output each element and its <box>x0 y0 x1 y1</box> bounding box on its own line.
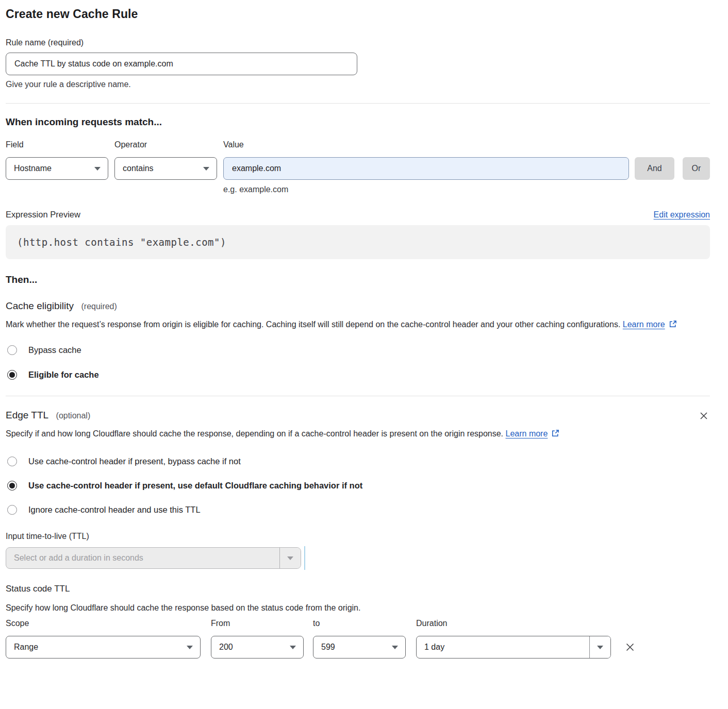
expression-preview-label: Expression Preview <box>6 210 80 220</box>
external-link-icon <box>669 318 677 333</box>
match-heading: When incoming requests match... <box>6 116 710 128</box>
duration-label: Duration <box>416 619 611 631</box>
rule-name-label: Rule name (required) <box>6 38 710 47</box>
learn-more-link[interactable]: Learn more <box>623 320 665 329</box>
chevron-down-icon[interactable] <box>589 636 610 658</box>
operator-select-value: contains <box>123 164 154 173</box>
duration-select[interactable]: 1 day <box>416 636 611 659</box>
status-code-ttl-title: Status code TTL <box>6 584 710 594</box>
operator-label: Operator <box>114 140 217 152</box>
rule-name-input[interactable] <box>6 53 357 75</box>
close-icon[interactable] <box>698 410 710 422</box>
edge-ttl-title: Edge TTL <box>6 410 48 420</box>
cache-eligibility-description: Mark whether the request’s response from… <box>6 317 697 333</box>
to-label: to <box>313 619 406 631</box>
chevron-down-icon <box>290 646 296 649</box>
field-label: Field <box>6 140 108 152</box>
radio-eligible-for-cache[interactable]: Eligible for cache <box>6 370 710 380</box>
field-select-value: Hostname <box>14 164 52 173</box>
chevron-down-icon <box>203 167 209 171</box>
from-select[interactable]: 200 <box>211 636 304 659</box>
radio-ignore-header[interactable]: Ignore cache-control header and use this… <box>6 505 710 515</box>
scope-select[interactable]: Range <box>6 636 201 659</box>
from-select-value: 200 <box>219 643 233 652</box>
and-button[interactable]: And <box>635 157 674 180</box>
to-select[interactable]: 599 <box>313 636 406 659</box>
then-heading: Then... <box>6 274 710 285</box>
edge-ttl-badge: (optional) <box>56 411 91 420</box>
radio-use-header-default[interactable]: Use cache-control header if present, use… <box>6 481 710 491</box>
ttl-duration-select: Select or add a duration in seconds <box>6 547 301 569</box>
value-helper: e.g. example.com <box>223 185 629 194</box>
from-label: From <box>211 619 304 631</box>
edge-ttl-description: Specify if and how long Cloudflare shoul… <box>6 427 573 442</box>
radio-bypass-cache[interactable]: Bypass cache <box>6 345 710 355</box>
ttl-caret-line <box>304 546 305 570</box>
create-cache-rule-page: Create new Cache Rule Rule name (require… <box>0 0 728 659</box>
cache-eligibility-title: Cache eligibility <box>6 300 74 311</box>
duration-select-value: 1 day <box>417 636 589 658</box>
status-code-ttl-description: Specify how long Cloudflare should cache… <box>6 601 710 615</box>
or-button[interactable]: Or <box>683 157 710 180</box>
scope-label: Scope <box>6 619 201 631</box>
radio-icon[interactable] <box>7 345 17 355</box>
rule-name-helper: Give your rule a descriptive name. <box>6 80 710 89</box>
operator-select[interactable]: contains <box>114 157 217 180</box>
to-select-value: 599 <box>321 643 335 652</box>
page-title: Create new Cache Rule <box>6 7 710 21</box>
radio-use-header-bypass[interactable]: Use cache-control header if present, byp… <box>6 457 710 466</box>
match-value-input[interactable] <box>223 157 629 180</box>
ttl-duration-placeholder: Select or add a duration in seconds <box>6 548 279 568</box>
expression-code: (http.host contains "example.com") <box>6 225 710 259</box>
ttl-input-label: Input time-to-live (TTL) <box>6 532 710 541</box>
scope-select-value: Range <box>14 643 38 652</box>
divider <box>6 103 710 104</box>
radio-icon[interactable] <box>7 481 17 491</box>
chevron-down-icon <box>187 646 193 649</box>
external-link-icon <box>551 428 559 442</box>
learn-more-link[interactable]: Learn more <box>506 429 548 438</box>
radio-icon[interactable] <box>7 505 17 515</box>
cache-eligibility-badge: (required) <box>81 302 117 311</box>
chevron-down-icon <box>94 167 101 171</box>
remove-row-icon[interactable] <box>623 640 637 654</box>
value-label: Value <box>223 140 629 152</box>
divider <box>6 396 710 396</box>
radio-icon[interactable] <box>7 370 17 380</box>
edit-expression-link[interactable]: Edit expression <box>654 210 710 220</box>
radio-icon[interactable] <box>7 457 17 466</box>
field-select[interactable]: Hostname <box>6 157 108 180</box>
chevron-down-icon <box>279 548 301 568</box>
chevron-down-icon <box>392 646 398 649</box>
